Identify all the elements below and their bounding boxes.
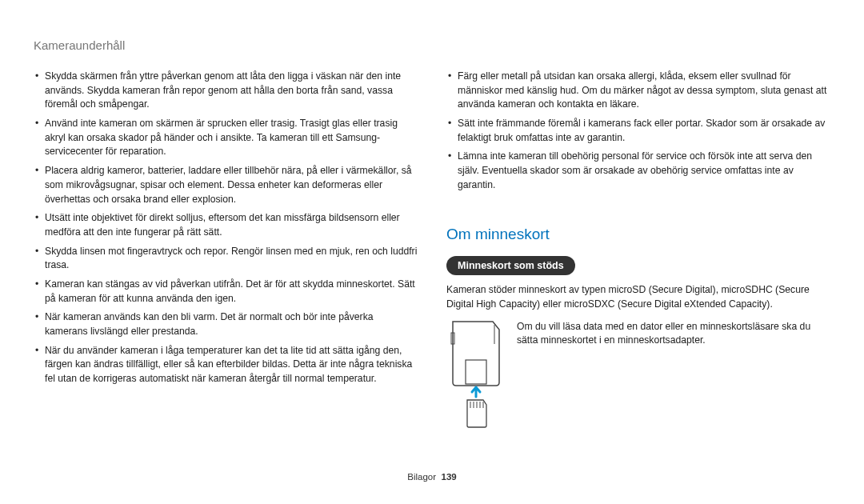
right-column: Färg eller metall på utsidan kan orsaka …: [446, 70, 830, 504]
list-item: Kameran kan stängas av vid påverkan utif…: [34, 278, 418, 306]
page-footer: Bilagor 139: [0, 472, 864, 482]
list-item: Använd inte kameran om skärmen är spruck…: [34, 117, 418, 159]
list-item: När du använder kameran i låga temperatu…: [34, 344, 418, 386]
list-item: Sätt inte främmande föremål i kamerans f…: [446, 117, 830, 145]
list-item: Placera aldrig kameror, batterier, ladda…: [34, 164, 418, 206]
list-item: Skydda skärmen från yttre påverkan genom…: [34, 70, 418, 112]
adapter-instruction-text: Om du vill läsa data med en dator eller …: [517, 320, 830, 348]
list-item: Utsätt inte objektivet för direkt sollju…: [34, 211, 418, 239]
list-item: Skydda linsen mot fingeravtryck och repo…: [34, 245, 418, 273]
list-item: Färg eller metall på utsidan kan orsaka …: [446, 70, 830, 112]
section-title-memory-cards: Om minneskort: [446, 223, 830, 246]
list-item: Lämna inte kameran till obehörig persona…: [446, 150, 830, 192]
pill-supported-cards: Minneskort som stöds: [446, 256, 575, 275]
list-item: När kameran används kan den bli varm. De…: [34, 310, 418, 338]
page-number: 139: [442, 472, 457, 482]
svg-rect-2: [466, 360, 486, 384]
left-column: Skydda skärmen från yttre påverkan genom…: [34, 70, 418, 504]
page-header: Kameraunderhåll: [34, 38, 830, 52]
supported-cards-text: Kameran stöder minneskort av typen micro…: [446, 283, 830, 311]
footer-label: Bilagor: [407, 472, 436, 482]
sd-card-adapter-figure: [446, 320, 506, 430]
